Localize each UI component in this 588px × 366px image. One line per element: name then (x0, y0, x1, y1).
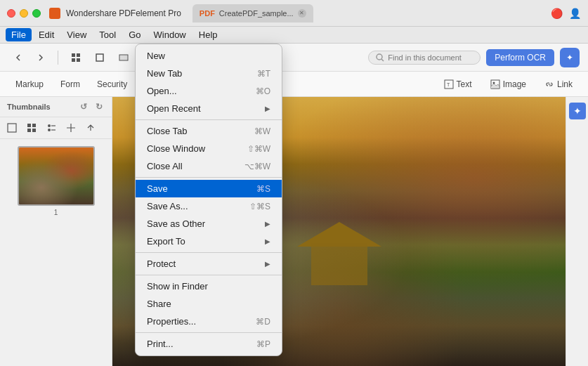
sidebar-tool-5[interactable] (83, 120, 98, 136)
search-box[interactable] (368, 51, 481, 65)
sidebar-next-btn[interactable]: ↻ (93, 101, 105, 112)
svg-rect-15 (8, 124, 16, 132)
menu-view[interactable]: View (61, 28, 92, 41)
markup-btn[interactable]: Markup (8, 77, 51, 92)
app-title: Wondershare PDFelement Pro (66, 8, 181, 18)
sidebar-header-icons: ↺ ↻ (78, 101, 105, 112)
menu-go[interactable]: Go (123, 28, 146, 41)
menu-open[interactable]: Open... ⌘O (136, 82, 282, 100)
toolbar-right: Perform OCR ✦ (368, 48, 580, 67)
link-icon (544, 79, 554, 89)
menu-show-in-finder[interactable]: Show in Finder (136, 277, 282, 295)
sidebar-prev-btn[interactable]: ↺ (78, 101, 89, 112)
view-tools (65, 50, 134, 65)
svg-rect-18 (27, 129, 31, 132)
menu-save-as-other[interactable]: Save as Other ▶ (136, 215, 282, 233)
sidebar-tools (0, 117, 112, 139)
svg-rect-3 (77, 58, 80, 62)
text-icon: T (444, 79, 454, 89)
file-dropdown-menu: New New Tab ⌘T Open... ⌘O Open Recent ▶ … (135, 44, 282, 356)
text-link-btn[interactable]: T Text (437, 77, 479, 92)
menu-close-all[interactable]: Close All ⌥⌘W (136, 157, 282, 175)
menubar: File Edit View Tool Go Window Help (0, 27, 588, 44)
svg-point-9 (377, 54, 382, 60)
right-panel-btn[interactable]: ✦ (569, 103, 586, 119)
sidebar-tool-3[interactable] (44, 120, 59, 136)
gazebo-body (311, 243, 367, 285)
gazebo-illustration (297, 222, 381, 285)
ocr-button[interactable]: Perform OCR (486, 49, 554, 66)
svg-rect-5 (119, 55, 128, 60)
nav-tools (8, 51, 51, 65)
tab-item[interactable]: PDF CreatePDF_sample... ✕ (192, 4, 313, 22)
view-btn-2[interactable] (89, 50, 110, 65)
svg-line-10 (381, 59, 384, 61)
menu-close-window[interactable]: Close Window ⇧⌘W (136, 140, 282, 157)
menu-open-recent[interactable]: Open Recent ▶ (136, 100, 282, 117)
toolbar-sep-1 (58, 51, 58, 65)
menu-sep-2 (136, 177, 282, 178)
menu-window[interactable]: Window (148, 28, 192, 41)
right-sidebar: ✦ (566, 97, 588, 366)
back-button[interactable] (8, 51, 28, 65)
maximize-button[interactable] (32, 9, 41, 18)
menu-close-tab[interactable]: Close Tab ⌘W (136, 122, 282, 140)
menu-properties[interactable]: Properties... ⌘D (136, 313, 282, 330)
menu-tool[interactable]: Tool (93, 28, 122, 41)
svg-rect-4 (96, 54, 103, 61)
security-btn[interactable]: Security (90, 77, 134, 92)
toolbar-secondary: Markup Form Security Tool Batch ▾ T Text… (0, 72, 588, 97)
menu-protect[interactable]: Protect ▶ (136, 255, 282, 273)
link-btn[interactable]: Link (537, 77, 580, 92)
svg-rect-17 (32, 124, 36, 127)
menu-print[interactable]: Print... ⌘P (136, 335, 282, 353)
menu-file[interactable]: File (6, 28, 32, 41)
menu-sep-3 (136, 252, 282, 253)
view-btn-1[interactable] (65, 50, 86, 65)
thumbnails-label: Thumbnails (7, 103, 51, 111)
svg-point-20 (48, 124, 51, 127)
menu-sep-5 (136, 332, 282, 333)
svg-rect-1 (77, 53, 80, 57)
share-icon[interactable]: 🔴 (550, 7, 563, 20)
user-icon[interactable]: 👤 (568, 7, 581, 20)
page-thumbnail[interactable] (18, 146, 95, 206)
menu-save-as[interactable]: Save As... ⇧⌘S (136, 197, 282, 215)
menu-save[interactable]: Save ⌘S (136, 180, 282, 197)
image-icon (490, 79, 500, 89)
thumbnail-area: 1 (0, 139, 112, 366)
titlebar-right: 🔴 👤 (550, 7, 581, 20)
form-btn[interactable]: Form (53, 77, 87, 92)
tab-label: CreatePDF_sample... (219, 9, 294, 18)
menu-new[interactable]: New (136, 47, 282, 65)
traffic-lights (7, 9, 41, 18)
forward-button[interactable] (31, 51, 51, 65)
sidebar-tool-1[interactable] (4, 120, 20, 136)
svg-rect-0 (72, 53, 75, 57)
svg-text:T: T (447, 82, 450, 87)
tab-close-button[interactable]: ✕ (298, 9, 306, 18)
image-btn[interactable]: Image (483, 77, 533, 92)
titlebar: Wondershare PDFelement Pro PDF CreatePDF… (0, 0, 588, 27)
sidebar-tool-2[interactable] (24, 120, 39, 136)
close-button[interactable] (7, 9, 15, 18)
menu-sep-4 (136, 275, 282, 275)
search-input[interactable] (388, 53, 472, 62)
tab-bar: PDF CreatePDF_sample... ✕ (192, 4, 313, 22)
minimize-button[interactable] (20, 9, 28, 18)
main-area: Thumbnails ↺ ↻ (0, 97, 588, 366)
menu-help[interactable]: Help (193, 28, 223, 41)
menu-edit[interactable]: Edit (33, 28, 60, 41)
menu-new-tab[interactable]: New Tab ⌘T (136, 65, 282, 82)
sidebar-tool-4[interactable] (63, 120, 79, 136)
menu-share[interactable]: Share (136, 295, 282, 313)
ai-btn[interactable]: ✦ (560, 48, 580, 67)
sidebar-header: Thumbnails ↺ ↻ (0, 97, 112, 117)
menu-export-to[interactable]: Export To ▶ (136, 233, 282, 250)
page-number: 1 (54, 209, 58, 216)
app-icon (49, 8, 60, 19)
svg-rect-19 (32, 129, 36, 132)
thumbnail-image (19, 148, 93, 204)
search-icon (376, 53, 384, 62)
view-btn-3[interactable] (113, 50, 134, 65)
